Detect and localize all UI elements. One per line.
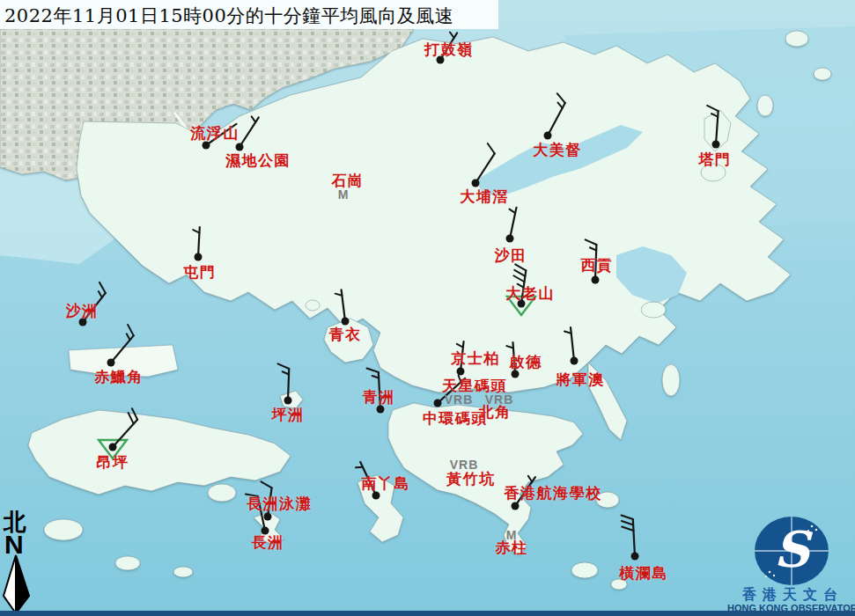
maintenance-marker-shek-kong: M	[338, 187, 350, 202]
station-label-sha-chau: 沙洲	[66, 301, 99, 321]
hko-logo: S 香港天文台 HONG KONG OBSERVATORY	[731, 512, 855, 616]
station-label-tsing-yi: 青衣	[329, 325, 362, 345]
wind-map-app: 流浮山濕地公園打鼓嶺大美督塔門石崗M大埔滘沙田西貢大老山屯門沙洲赤鱲角青衣青洲坪…	[0, 0, 855, 616]
station-label-chek-lap-kok: 赤鱲角	[94, 367, 144, 387]
station-label-ngong-ping: 昂坪	[97, 452, 129, 473]
map-title: 2022年11月01日15時00分的十分鐘平均風向及風速	[4, 4, 453, 28]
station-label-ta-kwu-ling: 打鼓嶺	[424, 40, 474, 60]
station-label-tseung-kwan-o: 將軍澳	[556, 370, 605, 390]
station-label-lau-fau-shan: 流浮山	[190, 123, 240, 143]
station-label-waglan-island: 橫瀾島	[619, 563, 668, 583]
north-arrow-icon	[0, 510, 53, 616]
station-label-tai-mei-tuk: 大美督	[533, 140, 582, 160]
variable-wind-marker-north-point: VRB	[485, 392, 514, 407]
station-label-tates-cairn: 大老山	[505, 283, 555, 304]
station-label-peng-chau: 坪洲	[272, 405, 305, 425]
station-label-sai-kung: 西貢	[581, 255, 614, 275]
station-label-green-island: 青洲	[363, 387, 395, 407]
maintenance-marker-stanley: M	[506, 528, 518, 542]
station-label-tap-mun: 塔門	[699, 150, 732, 170]
station-label-lamma-island: 南丫島	[361, 473, 410, 494]
station-label-cheung-chau-beach: 長洲泳灘	[247, 494, 312, 514]
variable-wind-marker-wong-chuk-hang: VRB	[450, 458, 479, 472]
station-label-wetland-park: 濕地公園	[225, 150, 291, 171]
station-label-hk-sea-school: 香港航海學校	[505, 483, 602, 503]
station-label-tuen-mun: 屯門	[184, 262, 217, 282]
hko-logo-zh: 香港天文台	[731, 586, 855, 605]
bottom-border-bar	[0, 611, 855, 616]
station-label-sha-tin: 沙田	[495, 246, 527, 266]
station-label-kai-tak: 啟德	[510, 352, 542, 372]
station-label-kings-park: 京士柏	[451, 348, 500, 369]
station-label-layer: 流浮山濕地公園打鼓嶺大美督塔門石崗M大埔滘沙田西貢大老山屯門沙洲赤鱲角青衣青洲坪…	[0, 0, 855, 616]
svg-text:S: S	[774, 520, 814, 578]
variable-wind-marker-star-ferry-pier: VRB	[445, 392, 474, 407]
station-label-tai-po-kau: 大埔滘	[460, 187, 509, 207]
station-label-cheung-chau: 長洲	[252, 532, 284, 553]
north-compass: 北 N	[0, 510, 53, 616]
